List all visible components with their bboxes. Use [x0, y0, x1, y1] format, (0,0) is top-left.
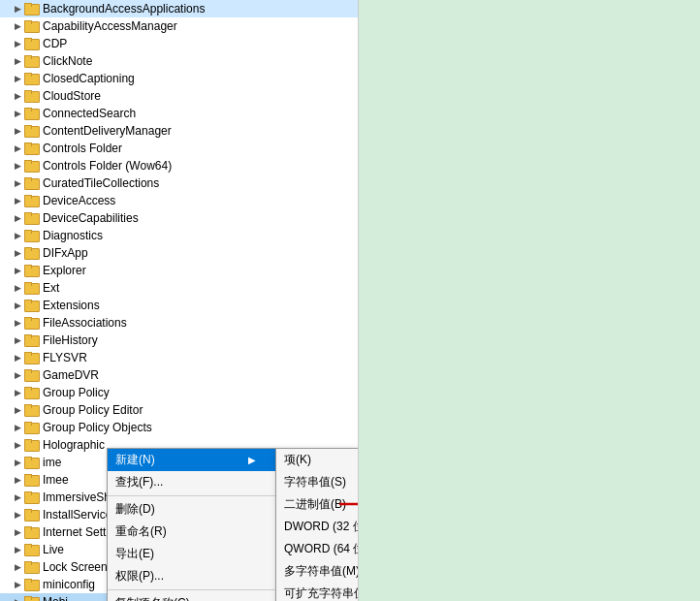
expand-icon[interactable]: ▶	[12, 74, 23, 83]
sub-menu-item[interactable]: 可扩充字符串值(E)	[276, 583, 359, 601]
expand-icon[interactable]: ▶	[12, 161, 23, 171]
expand-icon[interactable]: ▶	[12, 126, 23, 136]
expand-icon[interactable]: ▶	[12, 353, 23, 363]
expand-icon[interactable]: ▶	[12, 458, 23, 467]
context-menu-item[interactable]: 导出(E)	[108, 543, 275, 565]
tree-item[interactable]: ▶Diagnostics	[0, 227, 358, 244]
expand-icon[interactable]: ▶	[12, 510, 23, 520]
tree-item-label: Ext	[43, 279, 59, 297]
folder-icon	[24, 438, 40, 452]
tree-item[interactable]: ▶Group Policy	[0, 384, 358, 401]
expand-icon[interactable]: ▶	[12, 39, 23, 48]
expand-icon[interactable]: ▶	[12, 213, 23, 223]
menu-item-label: 新建(N)	[115, 452, 155, 468]
context-menu-item[interactable]: 复制项名称(C)	[108, 592, 275, 601]
expand-icon[interactable]: ▶	[12, 4, 23, 14]
expand-icon[interactable]: ▶	[12, 143, 23, 153]
menu-separator	[108, 495, 275, 496]
context-menu-item[interactable]: 删除(D)	[108, 498, 275, 521]
tree-item[interactable]: ▶BackgroundAccessApplications	[0, 0, 358, 17]
tree-item[interactable]: ▶Group Policy Editor	[0, 401, 358, 419]
expand-icon[interactable]: ▶	[12, 580, 23, 589]
expand-icon[interactable]: ▶	[12, 109, 23, 118]
tree-item[interactable]: ▶FLYSVR	[0, 349, 358, 366]
tree-item[interactable]: ▶ClosedCaptioning	[0, 70, 358, 87]
folder-icon	[24, 578, 40, 591]
sub-menu-item[interactable]: QWORD (64 位)值(Q)	[276, 538, 359, 560]
sub-menu-item[interactable]: 多字符串值(M)	[276, 560, 359, 583]
tree-item[interactable]: ▶CloudStore	[0, 87, 358, 105]
tree-item[interactable]: ▶CDP	[0, 35, 358, 52]
tree-item[interactable]: ▶Controls Folder	[0, 140, 358, 157]
tree-item-label: Imee	[43, 471, 69, 489]
expand-icon[interactable]: ▶	[12, 91, 23, 101]
tree-item-label: ClosedCaptioning	[43, 70, 135, 87]
expand-icon[interactable]: ▶	[12, 56, 23, 66]
expand-icon[interactable]: ▶	[12, 21, 23, 31]
expand-icon[interactable]: ▶	[12, 370, 23, 380]
expand-icon[interactable]: ▶	[12, 248, 23, 258]
context-menu-item[interactable]: 新建(N)▶	[108, 449, 275, 471]
tree-item[interactable]: ▶CuratedTileCollections	[0, 174, 358, 192]
folder-icon	[24, 595, 40, 601]
expand-icon[interactable]: ▶	[12, 335, 23, 345]
tree-item-label: ime	[43, 454, 61, 471]
context-menu-item[interactable]: 权限(P)...	[108, 565, 275, 587]
tree-item-label: InstallService	[43, 506, 111, 523]
tree-item-label: CuratedTileCollections	[43, 174, 159, 192]
tree-item[interactable]: ▶Ext	[0, 279, 358, 297]
expand-icon[interactable]: ▶	[12, 562, 23, 572]
folder-icon	[24, 490, 40, 504]
expand-icon[interactable]: ▶	[12, 300, 23, 310]
expand-icon[interactable]: ▶	[12, 388, 23, 397]
tree-item[interactable]: ▶FileAssociations	[0, 314, 358, 332]
tree-item[interactable]: ▶ConnectedSearch	[0, 105, 358, 122]
expand-icon[interactable]: ▶	[12, 405, 23, 415]
folder-icon	[24, 2, 40, 16]
registry-tree-panel: ▶BackgroundAccessApplications▶Capability…	[0, 0, 359, 601]
expand-icon[interactable]: ▶	[12, 318, 23, 328]
folder-icon	[24, 333, 40, 347]
tree-item[interactable]: ▶ClickNote	[0, 52, 358, 70]
folder-icon	[24, 124, 40, 138]
tree-item[interactable]: ▶DeviceCapabilities	[0, 209, 358, 227]
tree-item[interactable]: ▶Controls Folder (Wow64)	[0, 157, 358, 174]
folder-icon	[24, 403, 40, 417]
expand-icon[interactable]: ▶	[12, 231, 23, 240]
expand-icon[interactable]: ▶	[12, 178, 23, 188]
expand-icon[interactable]: ▶	[12, 423, 23, 432]
tree-item[interactable]: ▶FileHistory	[0, 332, 358, 349]
context-menu-item[interactable]: 重命名(R)	[108, 521, 275, 543]
expand-icon[interactable]: ▶	[12, 545, 23, 554]
expand-icon[interactable]: ▶	[12, 266, 23, 275]
tree-item[interactable]: ▶DIFxApp	[0, 244, 358, 262]
context-menu-item[interactable]: 查找(F)...	[108, 471, 275, 493]
tree-item[interactable]: ▶DeviceAccess	[0, 192, 358, 209]
expand-icon[interactable]: ▶	[12, 440, 23, 450]
folder-icon	[24, 368, 40, 382]
folder-icon	[24, 107, 40, 120]
tree-item[interactable]: ▶ContentDeliveryManager	[0, 122, 358, 140]
folder-icon	[24, 421, 40, 434]
menu-item-label: 重命名(R)	[115, 523, 167, 540]
tree-item[interactable]: ▶Group Policy Objects	[0, 419, 358, 436]
folder-icon	[24, 473, 40, 487]
tree-item-label: GameDVR	[43, 366, 99, 384]
tree-item-label: FileHistory	[43, 332, 98, 349]
expand-icon[interactable]: ▶	[12, 597, 23, 601]
folder-icon	[24, 142, 40, 155]
red-arrow-annotation	[339, 475, 359, 533]
folder-icon	[24, 159, 40, 173]
expand-icon[interactable]: ▶	[12, 283, 23, 293]
folder-icon	[24, 37, 40, 50]
tree-item[interactable]: ▶CapabilityAccessManager	[0, 17, 358, 35]
expand-icon[interactable]: ▶	[12, 196, 23, 206]
sub-menu-item[interactable]: 项(K)	[276, 449, 359, 471]
tree-item[interactable]: ▶GameDVR	[0, 366, 358, 384]
tree-item[interactable]: ▶Extensions	[0, 297, 358, 314]
expand-icon[interactable]: ▶	[12, 475, 23, 485]
expand-icon[interactable]: ▶	[12, 527, 23, 537]
expand-icon[interactable]: ▶	[12, 492, 23, 502]
folder-icon	[24, 316, 40, 330]
tree-item[interactable]: ▶Explorer	[0, 262, 358, 279]
